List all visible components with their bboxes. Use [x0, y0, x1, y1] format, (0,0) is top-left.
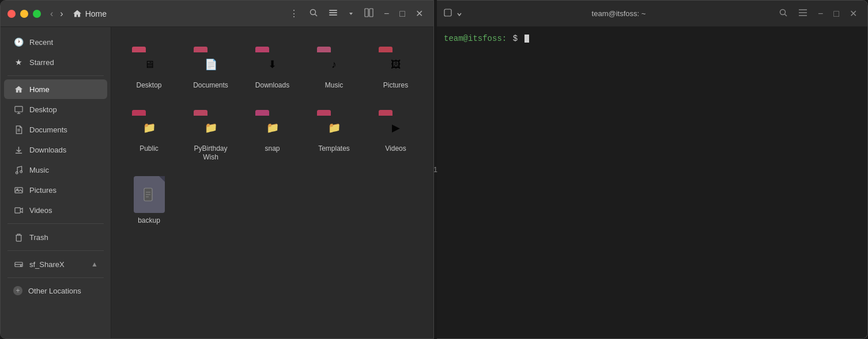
sidebar-item-downloads[interactable]: Downloads — [4, 140, 107, 159]
sidebar-item-sf-sharex[interactable]: sf_ShareX ▲ — [4, 254, 107, 274]
sidebar-divider-4 — [7, 277, 104, 278]
back-button[interactable]: ‹ — [48, 7, 55, 20]
terminal-max-button[interactable]: □ — [830, 6, 843, 21]
window-min-button[interactable]: − — [380, 6, 393, 21]
folder-icon-downloads: ⬇ — [254, 41, 291, 78]
downloads-nav-icon — [13, 144, 24, 155]
title-text: Home — [85, 9, 107, 18]
sidebar-item-documents[interactable]: Documents — [4, 120, 107, 139]
minimize-button[interactable] — [20, 10, 28, 18]
svg-rect-25 — [444, 9, 451, 16]
terminal-tab-dropdown[interactable] — [456, 9, 462, 18]
svg-rect-2 — [329, 10, 337, 11]
folder-icon-templates: 📁 — [316, 104, 353, 141]
file-icon-backup — [131, 176, 168, 213]
file-manager-window: ‹ › Home ⋮ — [0, 0, 434, 339]
sidebar-item-trash[interactable]: Trash — [4, 227, 107, 247]
window-close-button[interactable]: ✕ — [412, 6, 427, 21]
sidebar-item-desktop[interactable]: Desktop — [4, 100, 107, 119]
file-manager-titlebar: ‹ › Home ⋮ — [1, 1, 433, 27]
public-folder-icon: 📁 — [143, 121, 156, 134]
home-icon — [73, 9, 82, 18]
eject-button[interactable]: ▲ — [91, 260, 98, 268]
hamburger-icon — [798, 9, 807, 17]
terminal-dollar: $ — [508, 34, 522, 43]
folder-icon-videos: ▶ — [378, 104, 414, 141]
terminal-body[interactable]: team@itsfoss: $ — [437, 27, 867, 338]
svg-point-0 — [310, 9, 315, 14]
svg-rect-17 — [14, 207, 20, 212]
svg-rect-6 — [369, 9, 373, 17]
sidebar-label-downloads: Downloads — [29, 146, 66, 154]
terminal-tab[interactable] — [444, 9, 452, 18]
file-item-backup[interactable]: backup — [120, 172, 178, 230]
view-list-button[interactable] — [325, 6, 341, 22]
terminal-search-button[interactable] — [775, 6, 791, 22]
sidebar-item-other-locations[interactable]: + Other Locations — [4, 281, 107, 300]
sidebar-divider-1 — [7, 75, 104, 76]
terminal-window: team@itsfoss: ~ − □ ✕ team@itsf — [437, 0, 868, 339]
file-item-pictures[interactable]: 🖼 Pictures — [367, 36, 424, 95]
add-location-icon: + — [13, 286, 22, 295]
nav-arrows: ‹ › — [48, 7, 66, 20]
file-label-desktop: Desktop — [136, 81, 161, 90]
sidebar-divider-2 — [7, 223, 104, 224]
maximize-button[interactable] — [33, 10, 41, 18]
music-folder-icon: ♪ — [331, 59, 337, 71]
file-label-public: Public — [139, 144, 158, 154]
view-split-button[interactable] — [361, 6, 377, 22]
file-item-downloads[interactable]: ⬇ Downloads — [244, 36, 301, 95]
svg-rect-3 — [329, 12, 337, 13]
terminal-min-button[interactable]: − — [814, 6, 827, 21]
pictures-folder-icon: 🖼 — [391, 59, 401, 71]
videos-nav-icon — [13, 205, 24, 215]
star-icon: ★ — [13, 57, 24, 67]
folder-icon-documents: 📄 — [193, 41, 229, 78]
downloads-folder-icon: ⬇ — [268, 58, 277, 71]
svg-point-26 — [780, 9, 785, 14]
file-item-music[interactable]: ♪ Music — [305, 36, 363, 95]
templates-folder-icon: 📁 — [328, 121, 341, 134]
terminal-titlebar: team@itsfoss: ~ − □ ✕ — [437, 1, 867, 27]
file-item-templates[interactable]: 📁 Templates — [305, 100, 363, 167]
sidebar-item-pictures[interactable]: Pictures — [4, 180, 107, 200]
window-body: 🕐 Recent ★ Starred Home — [1, 27, 433, 338]
sidebar-item-videos[interactable]: Videos — [4, 200, 107, 220]
file-item-public[interactable]: 📁 Public — [120, 100, 178, 167]
folder-icon-pictures: 🖼 — [378, 41, 414, 78]
search-button[interactable] — [305, 6, 322, 22]
file-label-downloads: Downloads — [255, 81, 289, 90]
sidebar-label-recent: Recent — [29, 38, 53, 47]
sidebar-label-documents: Documents — [29, 125, 67, 134]
sidebar-item-music[interactable]: Music — [4, 160, 107, 180]
file-label-music: Music — [325, 81, 343, 90]
file-item-documents[interactable]: 📄 Documents — [182, 36, 239, 95]
more-options-button[interactable]: ⋮ — [286, 6, 302, 21]
sidebar-label-starred: Starred — [29, 58, 54, 67]
terminal-close-button[interactable]: ✕ — [846, 6, 861, 21]
sidebar-item-starred[interactable]: ★ Starred — [4, 52, 107, 72]
home-nav-icon — [13, 84, 24, 94]
sidebar-item-recent[interactable]: 🕐 Recent — [4, 32, 107, 52]
pane-divider[interactable] — [434, 0, 437, 339]
drive-nav-icon — [13, 259, 24, 269]
sidebar-item-home[interactable]: Home — [4, 79, 107, 99]
window-max-button[interactable]: □ — [396, 6, 409, 21]
svg-rect-7 — [14, 106, 22, 111]
file-item-videos[interactable]: ▶ Videos — [367, 100, 424, 167]
terminal-user: team@itsfoss: — [444, 34, 507, 43]
svg-rect-5 — [365, 9, 368, 17]
forward-button[interactable]: › — [58, 7, 65, 20]
recent-icon: 🕐 — [13, 37, 24, 47]
main-content: 🖥 Desktop 📄 Documents — [111, 27, 433, 338]
file-item-snap[interactable]: 📁 snap — [244, 100, 301, 167]
terminal-menu-button[interactable] — [795, 6, 811, 21]
close-button[interactable] — [7, 10, 16, 18]
sidebar-label-music: Music — [29, 166, 49, 174]
pybirthday-folder-icon: 📁 — [205, 121, 217, 134]
file-item-pybirthday[interactable]: 📁 PyBirthdayWish — [182, 100, 239, 167]
file-item-desktop[interactable]: 🖥 Desktop — [120, 36, 178, 95]
view-toggle-button[interactable] — [345, 6, 357, 21]
terminal-cursor — [524, 35, 529, 43]
svg-line-27 — [784, 14, 787, 16]
